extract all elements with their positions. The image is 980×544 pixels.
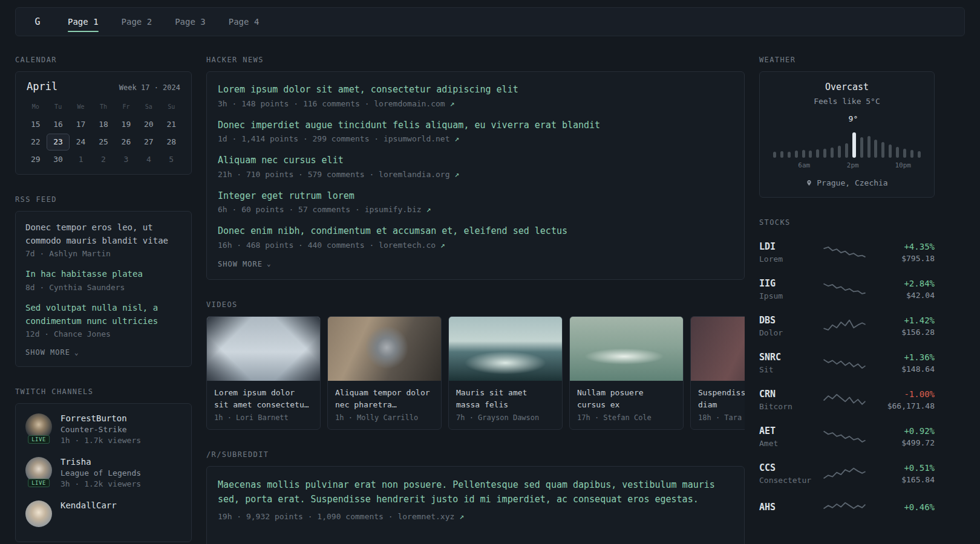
hn-story-title[interactable]: Donec imperdiet augue tincidunt felis al… xyxy=(218,118,733,132)
dashboard-layout: CALENDAR April Week 17 · 2024 MoTuWeThFr… xyxy=(0,36,980,544)
tab-page-3[interactable]: Page 3 xyxy=(166,8,214,36)
stock-row[interactable]: LDI Lorem +4.35% $795.18 xyxy=(759,234,935,271)
reddit-post-meta: 19h · 9,932 points · 1,090 comments · lo… xyxy=(218,512,733,521)
topbar: G Page 1 Page 2 Page 3 Page 4 xyxy=(15,7,965,36)
hn-story-meta: 3h · 148 points · 116 comments · loremdo… xyxy=(218,99,733,108)
stock-price: $795.18 xyxy=(872,254,935,263)
rss-show-more-button[interactable]: SHOW MORE ⌄ xyxy=(25,348,79,357)
hn-story-domain-link[interactable]: loremdomain.com xyxy=(374,99,445,108)
video-thumbnail[interactable] xyxy=(328,317,441,381)
calendar-header-row: April Week 17 · 2024 xyxy=(24,80,183,92)
stock-row[interactable]: CCS Consectetur +0.51% $165.84 xyxy=(759,455,935,492)
hn-story-title[interactable]: Lorem ipsum dolor sit amet, consectetur … xyxy=(218,83,733,97)
app-logo[interactable]: G xyxy=(22,16,53,27)
weather-bar xyxy=(845,143,848,158)
stock-name: Ipsum xyxy=(759,291,817,300)
weather-bar xyxy=(773,152,776,158)
channel-game: Counter-Strike xyxy=(60,425,141,434)
location-text: Prague, Czechia xyxy=(817,178,887,187)
video-card[interactable]: Lorem ipsum dolor sit amet consectetu… 1… xyxy=(206,316,321,430)
stock-sparkline xyxy=(823,244,866,262)
show-more-label: SHOW MORE xyxy=(218,260,263,268)
widget-header-rss: RSS FEED xyxy=(15,195,192,204)
channel-name[interactable]: Trisha xyxy=(60,457,141,467)
stock-row[interactable]: AHS +0.46% xyxy=(759,492,935,525)
stock-id: CRN Bitcorn xyxy=(759,389,817,411)
video-meta: 7h · Grayson Dawson xyxy=(449,412,562,429)
rss-item-title[interactable]: In hac habitasse platea xyxy=(25,268,181,281)
tab-page-4[interactable]: Page 4 xyxy=(220,8,268,36)
weather-bar xyxy=(881,142,884,158)
video-title[interactable]: Nullam posuere cursus ex xyxy=(570,381,683,412)
stock-name: Lorem xyxy=(759,254,817,264)
page-tabs: Page 1 Page 2 Page 3 Page 4 xyxy=(59,8,273,36)
hn-story-title[interactable]: Donec enim nibh, condimentum et accumsan… xyxy=(218,224,733,238)
video-title[interactable]: Lorem ipsum dolor sit amet consectetu… xyxy=(207,381,320,412)
calendar-grid: MoTuWeThFrSaSu15161718192021222324252627… xyxy=(24,99,183,168)
twitch-channel[interactable]: LIVE Trisha League of Legends 3h · 1.2k … xyxy=(25,457,181,488)
rss-item-meta: 12d · Chance Jones xyxy=(25,329,181,338)
reddit-post-title[interactable]: Maecenas mollis pulvinar erat non posuer… xyxy=(218,478,733,507)
channel-avatar[interactable]: LIVE xyxy=(25,457,52,484)
video-thumbnail[interactable] xyxy=(207,317,320,381)
stock-row[interactable]: CRN Bitcorn -1.00% $66,171.48 xyxy=(759,381,935,418)
channel-avatar[interactable] xyxy=(25,500,52,527)
stock-row[interactable]: AET Amet +0.92% $499.72 xyxy=(759,418,935,455)
hn-show-more-button[interactable]: SHOW MORE ⌄ xyxy=(218,260,272,268)
stock-row[interactable]: DBS Dolor +1.42% $156.28 xyxy=(759,308,935,345)
twitch-card: LIVE ForrestBurton Counter-Strike 1h · 1… xyxy=(15,403,192,542)
calendar-day: 1 xyxy=(70,151,92,168)
stock-row[interactable]: SNRC Sit +1.36% $148.64 xyxy=(759,345,935,381)
hn-story-domain-link[interactable]: loremlandia.org xyxy=(379,170,449,179)
weather-bar xyxy=(788,152,791,158)
stock-row[interactable]: IIG Ipsum +2.84% $42.04 xyxy=(759,271,935,308)
video-meta: 1h · Lori Barnett xyxy=(207,412,320,429)
video-title[interactable]: Aliquam tempor dolor nec pharetra… xyxy=(328,381,441,412)
rss-item-title[interactable]: Sed volutpat nulla nisl, a condimentum n… xyxy=(25,302,181,328)
hn-story-title[interactable]: Integer eget rutrum lorem xyxy=(218,189,733,203)
tab-page-2[interactable]: Page 2 xyxy=(113,8,161,36)
calendar-day: 2 xyxy=(92,151,114,168)
twitch-channel[interactable]: KendallCarr xyxy=(25,500,181,527)
weather-bar xyxy=(831,147,834,158)
calendar-day: 30 xyxy=(47,151,69,168)
video-card[interactable]: Nullam posuere cursus ex 17h · Stefan Co… xyxy=(569,316,684,430)
time-label: 6am xyxy=(798,161,810,169)
hn-story-title[interactable]: Aliquam nec cursus elit xyxy=(218,154,733,167)
rss-widget: RSS FEED Donec tempor eros leo, ut commo… xyxy=(15,195,192,367)
rss-card: Donec tempor eros leo, ut commodo mauris… xyxy=(15,211,192,367)
reddit-post-domain-link[interactable]: loremnet.xyz xyxy=(397,512,454,521)
hn-story-domain-link[interactable]: ipsumworld.net xyxy=(384,134,450,143)
calendar-day: 25 xyxy=(92,134,114,151)
video-thumbnail[interactable] xyxy=(570,317,683,381)
channel-avatar[interactable]: LIVE xyxy=(25,413,52,440)
weather-widget: WEATHER Overcast Feels like 5°C 9° 6am 2… xyxy=(759,56,935,198)
tab-page-1[interactable]: Page 1 xyxy=(59,8,107,36)
calendar-day: 20 xyxy=(137,116,160,133)
twitch-channel[interactable]: LIVE ForrestBurton Counter-Strike 1h · 1… xyxy=(25,413,181,445)
stock-id: AET Amet xyxy=(759,426,817,448)
hn-story-stats: 21h · 710 points · 579 comments · xyxy=(218,170,379,179)
channel-name[interactable]: KendallCarr xyxy=(60,500,117,510)
time-label: 10pm xyxy=(895,161,911,169)
calendar-month: April xyxy=(27,80,57,92)
rss-item-title[interactable]: Donec tempor eros leo, ut commodo mauris… xyxy=(25,221,181,247)
video-card[interactable]: Aliquam tempor dolor nec pharetra… 1h · … xyxy=(327,316,442,430)
video-card[interactable]: Suspendisse diam 18h · Tara xyxy=(690,316,745,430)
hn-story-stats: 6h · 60 points · 57 comments · xyxy=(218,205,365,214)
video-card[interactable]: Mauris sit amet massa felis 7h · Grayson… xyxy=(448,316,563,430)
video-title[interactable]: Mauris sit amet massa felis xyxy=(449,381,562,412)
calendar-day-header: Tu xyxy=(47,99,69,115)
hn-story: Integer eget rutrum lorem 6h · 60 points… xyxy=(218,189,733,215)
video-thumbnail[interactable] xyxy=(449,317,562,381)
weather-bar xyxy=(889,144,892,158)
stock-id: SNRC Sit xyxy=(759,352,817,374)
hn-story-domain-link[interactable]: ipsumify.biz xyxy=(365,205,422,214)
video-meta: 18h · Tara xyxy=(691,412,745,429)
hn-story-domain-link[interactable]: loremtech.co xyxy=(379,241,436,250)
video-title[interactable]: Suspendisse diam xyxy=(691,381,745,412)
video-thumbnail[interactable] xyxy=(691,317,745,381)
channel-name[interactable]: ForrestBurton xyxy=(60,413,141,423)
calendar-day-header: Fr xyxy=(115,99,137,115)
calendar-day-header: We xyxy=(70,99,92,115)
